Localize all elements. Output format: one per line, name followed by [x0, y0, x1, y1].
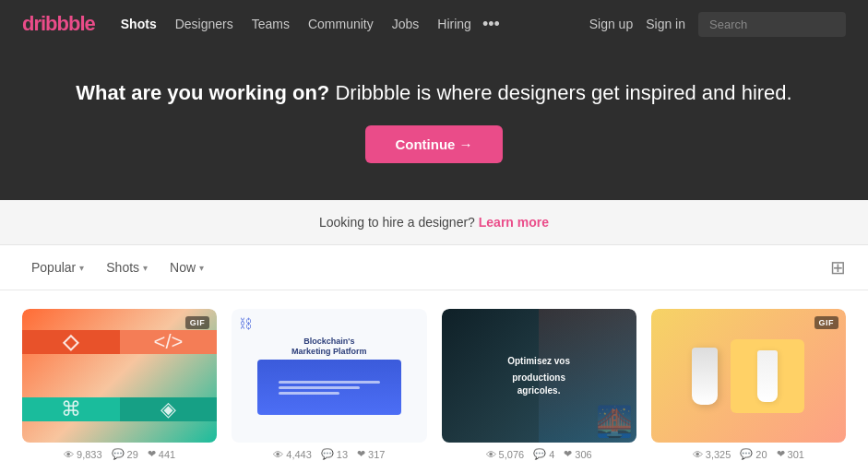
shot-thumbnail-agenceme: Optimisez vos productions agricoles. 🌉 [442, 309, 636, 443]
shot-card-unfold[interactable]: ◇ </> ⌘ ◈ GIF 👁9,833 💬29 ❤441 U Unfold [22, 309, 217, 461]
shot-stats-unfold: 👁9,833 💬29 ❤441 [22, 443, 217, 461]
signup-link[interactable]: Sign up [589, 17, 633, 31]
comments-icon: 💬 [740, 448, 753, 460]
shots-filter[interactable]: Shots ▾ [97, 254, 157, 280]
signin-link[interactable]: Sign in [646, 17, 685, 31]
nav-designers[interactable]: Designers [175, 17, 233, 31]
hero-heading: What are you working on? Dribbble is whe… [18, 81, 850, 105]
shot-card-agenceme[interactable]: Optimisez vos productions agricoles. 🌉 👁… [442, 309, 636, 461]
shot-thumbnail-unfold: ◇ </> ⌘ ◈ GIF [22, 309, 217, 443]
likes-icon: ❤ [357, 448, 365, 460]
nav-community[interactable]: Community [308, 17, 374, 31]
bookmark-icon: ⛓ [239, 316, 252, 331]
shot-stats-zhenya: 👁3,325 💬20 ❤301 [651, 443, 846, 461]
hero-section: What are you working on? Dribbble is whe… [0, 48, 868, 200]
hire-banner: Looking to hire a designer? Learn more [0, 200, 868, 245]
comments-icon: 💬 [321, 448, 334, 460]
grid-view-icon[interactable]: ⊞ [830, 256, 846, 278]
views-icon: 👁 [64, 449, 74, 460]
views-icon: 👁 [273, 449, 283, 460]
shot-card-zhenya[interactable]: GIF 👁3,325 💬20 ❤301 Z Zhenya Rynzhuk [651, 309, 846, 461]
navigation: dribbble Shots Designers Teams Community… [0, 0, 868, 48]
views-icon: 👁 [486, 449, 496, 460]
gif-badge-unfold: GIF [185, 316, 210, 329]
likes-icon: ❤ [148, 448, 156, 460]
continue-button[interactable]: Continue → [365, 125, 502, 163]
search-input[interactable] [698, 12, 846, 37]
likes-icon: ❤ [564, 448, 572, 460]
nav-teams[interactable]: Teams [252, 17, 290, 31]
dribbble-logo[interactable]: dribbble [22, 12, 95, 36]
filter-bar: Popular ▾ Shots ▾ Now ▾ ⊞ [0, 245, 868, 290]
shot-grid: ◇ </> ⌘ ◈ GIF 👁9,833 💬29 ❤441 U Unfold B… [0, 290, 868, 461]
shot-card-mateusz[interactable]: Blockchain'sMarketing Platform ⛓ 👁4,443 … [232, 309, 426, 461]
nav-more-button[interactable]: ••• [482, 15, 500, 34]
now-filter[interactable]: Now ▾ [161, 254, 213, 280]
nav-auth-area: Sign up Sign in [589, 12, 846, 37]
shots-chevron-icon: ▾ [143, 263, 148, 273]
shot-stats-mateusz: 👁4,443 💬13 ❤317 [232, 443, 426, 461]
shot-thumbnail-mateusz: Blockchain'sMarketing Platform ⛓ [232, 309, 426, 443]
likes-icon: ❤ [777, 448, 785, 460]
popular-filter[interactable]: Popular ▾ [22, 254, 93, 280]
comments-icon: 💬 [112, 448, 125, 460]
hire-text: Looking to hire a designer? [319, 215, 475, 230]
shot-stats-agenceme: 👁5,076 💬4 ❤306 [442, 443, 636, 461]
shot-thumbnail-zhenya: GIF [651, 309, 846, 443]
learn-more-link[interactable]: Learn more [479, 215, 549, 230]
nav-jobs[interactable]: Jobs [392, 17, 420, 31]
nav-hiring[interactable]: Hiring [437, 17, 471, 31]
popular-chevron-icon: ▾ [79, 263, 84, 273]
nav-shots[interactable]: Shots [121, 17, 157, 31]
gif-badge-zhenya: GIF [814, 316, 839, 329]
now-chevron-icon: ▾ [199, 263, 204, 273]
views-icon: 👁 [693, 449, 703, 460]
comments-icon: 💬 [533, 448, 546, 460]
